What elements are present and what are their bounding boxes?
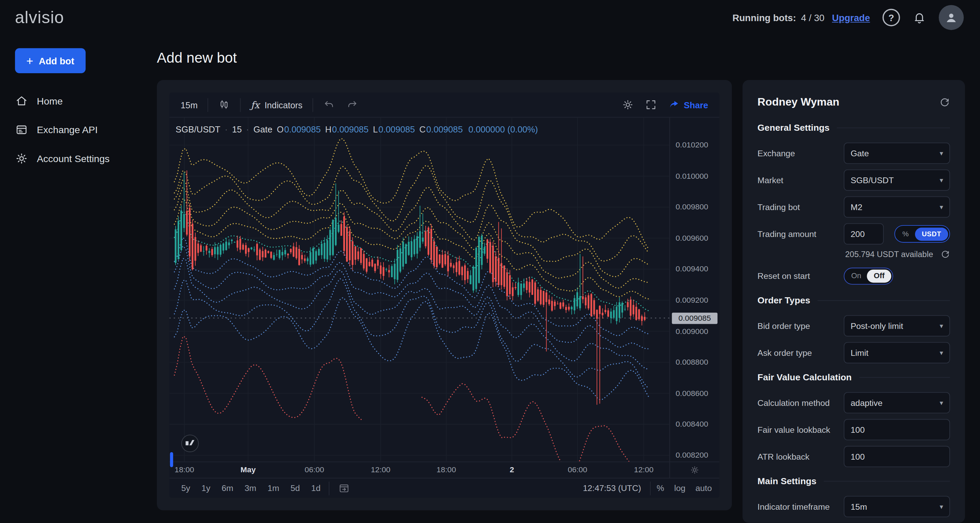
range-1d[interactable]: 1d — [307, 482, 325, 495]
running-bots-value: 4 / 30 — [801, 12, 824, 23]
avatar[interactable] — [939, 5, 964, 30]
calculation-method-select[interactable]: adaptive — [844, 392, 950, 413]
indicator-timeframe-select[interactable]: 15m — [844, 496, 950, 517]
change-label: 0.000000 (0.00%) — [468, 124, 538, 134]
interval-button[interactable]: 15m — [176, 97, 202, 113]
time-tick: 12:00 — [363, 466, 398, 474]
upgrade-link[interactable]: Upgrade — [832, 12, 870, 23]
gear-icon[interactable] — [690, 466, 700, 475]
plus-icon — [26, 55, 33, 67]
calendar-icon — [338, 482, 350, 494]
unit-usdt-option[interactable]: USDT — [915, 228, 948, 241]
percent-scale-button[interactable]: % — [657, 483, 664, 493]
refresh-balance-button[interactable] — [940, 250, 950, 259]
undo-button[interactable] — [318, 96, 340, 114]
trading-bot-label: Trading bot — [757, 202, 800, 212]
time-tick: 06:00 — [297, 466, 332, 474]
toggle-off-option[interactable]: Off — [867, 269, 891, 282]
chart-style-button[interactable] — [213, 96, 235, 114]
atr-lookback-input[interactable] — [844, 446, 950, 467]
range-5d[interactable]: 5d — [286, 482, 304, 495]
trading-amount-input[interactable] — [844, 223, 884, 244]
app-root: alvisio Running bots:4 / 30 Upgrade Add … — [0, 0, 980, 523]
help-icon[interactable] — [882, 9, 900, 26]
time-tick: May — [231, 466, 266, 474]
goto-date-button[interactable] — [333, 479, 355, 497]
fair-value-lookback-input[interactable] — [844, 419, 950, 440]
running-bots-label: Running bots: — [733, 12, 796, 23]
price-tick: 0.010200 — [676, 140, 708, 150]
redo-icon — [346, 99, 358, 111]
market-select[interactable]: SGB/USDT — [844, 169, 950, 191]
ask-order-type-select[interactable]: Limit — [844, 342, 950, 363]
chevron-down-icon — [940, 322, 943, 330]
time-tick: 12:00 — [626, 466, 661, 474]
add-bot-button[interactable]: Add bot — [15, 48, 86, 73]
range-5y[interactable]: 5y — [177, 482, 195, 495]
indicators-button[interactable]: Indicators — [246, 96, 307, 113]
exchange-select[interactable]: Gate — [844, 143, 950, 164]
range-1y[interactable]: 1y — [197, 482, 215, 495]
toggle-on-option[interactable]: On — [846, 271, 867, 280]
chart-bottom-toolbar: 5y 1y 6m 3m 1m 5d 1d 12:47:53 (UTC) % lo… — [169, 478, 719, 498]
pane-resize-handle[interactable] — [170, 452, 173, 467]
tradingview-logo[interactable] — [181, 434, 199, 453]
time-axis[interactable]: 18:00May06:0012:0018:00206:0012:00 — [169, 462, 669, 478]
refresh-icon — [940, 97, 950, 108]
clock-button[interactable]: 12:47:53 (UTC) — [578, 482, 646, 495]
sidebar-item-account-settings[interactable]: Account Settings — [15, 152, 141, 165]
sidebar-item-home[interactable]: Home — [15, 94, 141, 108]
candlestick-chart[interactable] — [169, 118, 669, 461]
market-label: Market — [757, 175, 783, 185]
dot-separator — [246, 124, 249, 134]
ohlc-close: C0.009085 — [419, 124, 463, 134]
bid-order-type-select[interactable]: Post-only limit — [844, 315, 950, 336]
ask-order-type-label: Ask order type — [757, 348, 812, 357]
time-tick: 18:00 — [169, 466, 202, 474]
symbol-label[interactable]: SGB/USDT — [176, 124, 220, 134]
chevron-down-icon — [940, 502, 943, 511]
sidebar-item-exchange-api[interactable]: Exchange API — [15, 123, 141, 137]
log-scale-button[interactable]: log — [674, 483, 685, 493]
price-tick: 0.010000 — [676, 172, 708, 180]
price-tick: 0.009800 — [676, 203, 708, 212]
price-chart[interactable]: SGB/USDT 15 Gate O0.009085 H0.009085 L0.… — [169, 118, 669, 461]
price-tick: 0.009400 — [676, 265, 708, 274]
section-header-general: General Settings — [757, 123, 950, 132]
refresh-panel-button[interactable] — [940, 97, 950, 108]
range-buttons: 5y 1y 6m 3m 1m 5d 1d — [177, 482, 325, 495]
chevron-down-icon — [940, 203, 943, 211]
calculation-method-label: Calculation method — [757, 398, 830, 408]
chevron-down-icon — [940, 176, 943, 184]
brand-logo: alvisio — [15, 8, 64, 27]
section-header-fair-value: Fair Value Calculation — [757, 372, 950, 382]
range-3m[interactable]: 3m — [240, 482, 261, 495]
amount-unit-toggle[interactable]: % USDT — [894, 225, 950, 242]
reset-on-start-toggle[interactable]: On Off — [844, 267, 894, 284]
sidebar: Add bot Home Exchange API Account Settin… — [0, 35, 156, 523]
price-tick: 0.008400 — [676, 420, 708, 429]
sidebar-nav: Home Exchange API Account Settings — [15, 94, 141, 165]
price-axis[interactable]: 0.0102000.0100000.0098000.0096000.009400… — [669, 118, 719, 461]
person-icon — [943, 10, 959, 25]
price-tick: 0.009200 — [676, 296, 708, 305]
auto-scale-button[interactable]: auto — [695, 483, 712, 493]
chart-card: 15m Indicators Share — [157, 80, 732, 510]
redo-button[interactable] — [341, 96, 363, 114]
refresh-icon — [940, 250, 950, 259]
undo-icon — [323, 99, 335, 111]
trading-bot-select[interactable]: M2 — [844, 196, 950, 218]
price-tick: 0.009600 — [676, 234, 708, 243]
divider — [329, 481, 329, 495]
chart-settings-button[interactable] — [617, 96, 639, 114]
fullscreen-button[interactable] — [640, 96, 662, 114]
price-tick: 0.008800 — [676, 358, 708, 367]
bell-icon[interactable] — [913, 11, 926, 24]
sidebar-item-label: Exchange API — [37, 124, 98, 136]
unit-percent-option[interactable]: % — [896, 230, 915, 238]
range-6m[interactable]: 6m — [217, 482, 237, 495]
range-1m[interactable]: 1m — [263, 482, 283, 495]
sidebar-item-label: Account Settings — [37, 153, 110, 164]
share-button[interactable]: Share — [663, 96, 713, 114]
section-header-main: Main Settings — [757, 476, 950, 486]
